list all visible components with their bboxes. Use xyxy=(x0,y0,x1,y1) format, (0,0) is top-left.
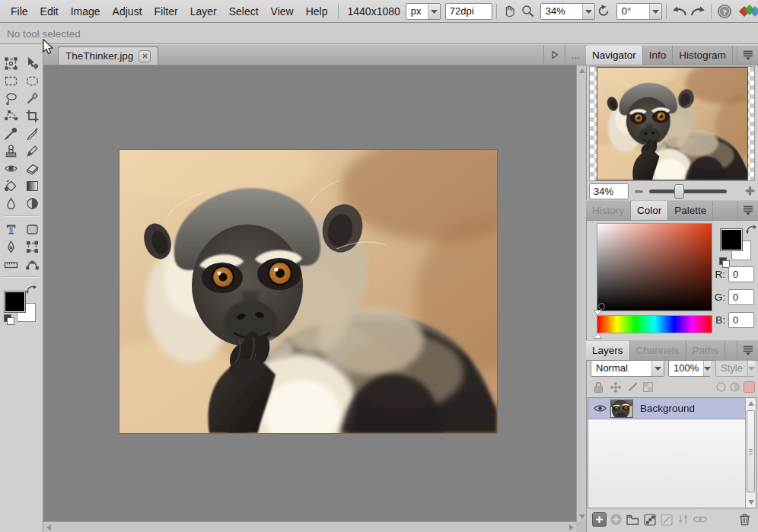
delete-layer-button[interactable] xyxy=(737,512,752,527)
menu-edit[interactable]: Edit xyxy=(34,2,65,21)
close-icon[interactable] xyxy=(139,50,151,62)
lasso-tool-icon[interactable] xyxy=(2,90,21,107)
lock-transparency-icon[interactable] xyxy=(642,381,654,393)
swap-colors-icon[interactable] xyxy=(746,225,757,234)
clone-stamp-tool-icon[interactable] xyxy=(2,142,21,159)
eyedropper-tool-icon[interactable] xyxy=(2,125,21,142)
crop-tool-icon[interactable] xyxy=(23,107,42,124)
slider-handle[interactable] xyxy=(674,184,684,199)
red-eye-tool-icon[interactable] xyxy=(2,160,21,177)
hue-marker-bottom-icon[interactable] xyxy=(594,333,602,339)
tab-overflow-button[interactable]: ... xyxy=(565,45,586,65)
scroll-up-icon[interactable] xyxy=(746,398,756,409)
tab-info[interactable]: Info xyxy=(643,46,674,65)
zoom-tool-icon[interactable] xyxy=(519,2,537,21)
tab-palette[interactable]: Palette xyxy=(668,201,713,220)
paint-bucket-tool-icon[interactable] xyxy=(2,177,21,194)
pencil-tool-icon[interactable] xyxy=(23,125,42,142)
document-image[interactable] xyxy=(119,150,497,433)
green-channel-field[interactable] xyxy=(728,289,754,305)
menu-layer[interactable]: Layer xyxy=(184,2,223,21)
blue-channel-field[interactable] xyxy=(728,312,754,328)
tab-color[interactable]: Color xyxy=(631,201,668,220)
undo-icon[interactable] xyxy=(670,2,689,21)
adjustments-button[interactable] xyxy=(676,512,690,527)
ellipse-select-tool-icon[interactable] xyxy=(23,72,42,89)
gradient-tool-icon[interactable] xyxy=(23,177,42,194)
navigator-zoom-field[interactable] xyxy=(589,183,629,199)
measure-tool-icon[interactable] xyxy=(2,256,21,272)
add-layer-button[interactable] xyxy=(592,512,607,527)
path-select-tool-icon[interactable] xyxy=(23,238,42,255)
transform-tool-icon[interactable] xyxy=(2,55,21,72)
text-tool-icon[interactable]: T xyxy=(2,221,21,237)
canvas-viewport[interactable] xyxy=(43,65,576,521)
eraser-tool-icon[interactable] xyxy=(23,160,42,177)
lock-all-icon[interactable] xyxy=(593,381,604,393)
tab-navigator[interactable]: Navigator xyxy=(586,46,643,65)
canvas-vertical-scrollbar[interactable] xyxy=(576,65,586,521)
default-colors-icon[interactable] xyxy=(4,314,14,324)
menu-image[interactable]: Image xyxy=(65,2,107,21)
scroll-left-icon[interactable] xyxy=(43,522,53,532)
saturation-value-picker[interactable] xyxy=(597,223,712,311)
layer-mask-icon[interactable] xyxy=(715,381,727,393)
tab-layers[interactable]: Layers xyxy=(586,341,630,360)
link-layers-button[interactable] xyxy=(693,512,707,527)
menu-adjust[interactable]: Adjust xyxy=(107,2,148,21)
navigator-preview[interactable] xyxy=(589,66,755,181)
lock-position-icon[interactable] xyxy=(610,381,622,393)
dpi-field[interactable] xyxy=(445,3,492,20)
pen-tool-icon[interactable] xyxy=(2,238,21,255)
canvas-horizontal-scrollbar[interactable] xyxy=(43,521,576,532)
swap-colors-icon[interactable] xyxy=(26,285,37,295)
blend-mode-select[interactable]: Normal xyxy=(591,360,664,377)
tab-channels[interactable]: Channels xyxy=(630,341,686,360)
hand-tool-icon[interactable] xyxy=(501,2,519,21)
layer-row-background[interactable]: Background xyxy=(588,398,745,419)
shape-tool-icon[interactable] xyxy=(23,221,42,237)
layers-scrollbar[interactable] xyxy=(745,398,756,508)
new-group-button[interactable] xyxy=(626,512,640,527)
scrollbar-thumb[interactable] xyxy=(747,410,755,492)
path-node-tool-icon[interactable] xyxy=(23,256,42,272)
brush-tool-icon[interactable] xyxy=(23,142,42,159)
menu-select[interactable]: Select xyxy=(223,2,265,21)
red-channel-field[interactable] xyxy=(728,266,754,282)
opacity-select[interactable]: 100% xyxy=(668,360,711,377)
color-picker-marker[interactable] xyxy=(598,303,605,310)
tab-history[interactable]: History xyxy=(586,201,631,220)
panel-menu-icon[interactable] xyxy=(737,201,758,220)
scroll-down-icon[interactable] xyxy=(746,497,756,508)
navigator-zoom-slider[interactable] xyxy=(649,183,727,199)
add-adjustment-layer-button[interactable] xyxy=(609,512,623,527)
lock-pixels-icon[interactable] xyxy=(627,381,639,393)
polygon-lasso-tool-icon[interactable] xyxy=(2,107,21,124)
document-tab[interactable]: TheThinker.jpg xyxy=(58,46,158,65)
slider-track[interactable] xyxy=(649,190,727,193)
rotation-select[interactable]: 0° xyxy=(616,3,662,20)
layer-visibility-eye-icon[interactable] xyxy=(588,404,611,413)
vector-mask-icon[interactable] xyxy=(729,381,740,393)
menu-file[interactable]: File xyxy=(5,2,34,21)
tab-paths[interactable]: Paths xyxy=(686,341,726,360)
reset-rotation-icon[interactable] xyxy=(595,2,613,21)
unit-select[interactable]: px xyxy=(406,3,441,20)
blur-tool-icon[interactable] xyxy=(2,195,21,212)
menu-filter[interactable]: Filter xyxy=(148,2,184,21)
scroll-right-icon[interactable] xyxy=(566,522,576,532)
zoom-out-icon[interactable] xyxy=(634,186,644,196)
foreground-color-swatch[interactable] xyxy=(5,291,25,312)
panel-menu-icon[interactable] xyxy=(737,46,758,65)
dodge-burn-tool-icon[interactable] xyxy=(23,195,42,212)
tab-scroll-right-icon[interactable] xyxy=(543,45,565,65)
zoom-in-icon[interactable] xyxy=(744,185,756,196)
add-mask-button[interactable] xyxy=(659,512,674,527)
tab-histogram[interactable]: Histogram xyxy=(673,46,733,65)
menu-view[interactable]: View xyxy=(265,2,300,21)
hue-marker-top-icon[interactable] xyxy=(594,310,602,316)
move-tool-icon[interactable] xyxy=(23,55,42,72)
magic-wand-tool-icon[interactable] xyxy=(23,90,42,107)
menu-help[interactable]: Help xyxy=(300,2,334,21)
help-icon[interactable]: ? xyxy=(715,2,734,21)
